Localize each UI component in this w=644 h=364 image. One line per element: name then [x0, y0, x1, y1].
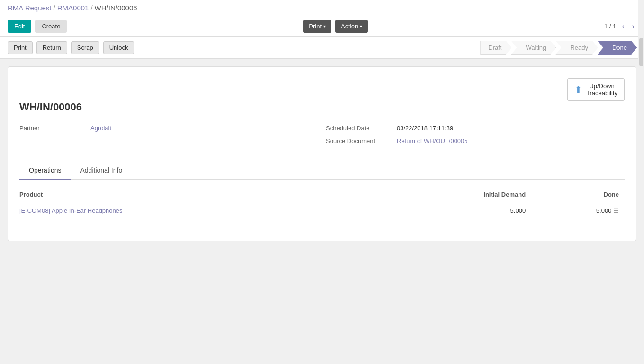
- step-waiting: Waiting: [511, 41, 556, 55]
- print-label: Print: [309, 23, 322, 30]
- print-caret-icon: ▾: [323, 24, 326, 29]
- table-row: [E-COM08] Apple In-Ear Headphones 5.000 …: [19, 202, 625, 219]
- traceability-button[interactable]: ⬆ Up/DownTraceability: [567, 78, 625, 101]
- breadcrumb-bar: RMA Request / RMA0001 / WH/IN/00006: [0, 0, 644, 16]
- tab-operations[interactable]: Operations: [19, 162, 71, 180]
- product-cell[interactable]: [E-COM08] Apple In-Ear Headphones: [19, 202, 375, 219]
- return-action-button[interactable]: Return: [36, 41, 67, 54]
- step-ready: Ready: [555, 41, 598, 55]
- record-card: ⬆ Up/DownTraceability WH/IN/00006 Partne…: [8, 66, 636, 241]
- detail-icon[interactable]: ☰: [613, 207, 619, 214]
- form-right: Scheduled Date 03/22/2018 17:11:39 Sourc…: [326, 125, 625, 150]
- scrollbar-thumb[interactable]: [639, 38, 643, 66]
- updown-icon: ⬆: [574, 84, 582, 95]
- source-document-field-row: Source Document Return of WH/OUT/00005: [326, 137, 625, 145]
- action-dropdown-button[interactable]: Action ▾: [335, 20, 368, 33]
- card-divider: [19, 229, 625, 229]
- breadcrumb-current: WH/IN/00006: [95, 4, 137, 12]
- breadcrumb-sep1: /: [54, 4, 55, 12]
- source-document-value[interactable]: Return of WH/OUT/00005: [397, 137, 468, 145]
- main-content: ⬆ Up/DownTraceability WH/IN/00006 Partne…: [0, 59, 644, 249]
- step-done: Done: [598, 41, 637, 55]
- tab-additional-info[interactable]: Additional Info: [71, 162, 132, 180]
- col-done: Done: [531, 187, 625, 202]
- done-cell: 5.000 ☰: [531, 202, 625, 219]
- toolbar-right: 1 / 1 ‹ ›: [604, 21, 636, 32]
- partner-field-row: Partner Agrolait: [19, 125, 318, 132]
- action-caret-icon: ▾: [360, 24, 362, 29]
- col-product: Product: [19, 187, 375, 202]
- step-draft: Draft: [480, 41, 511, 55]
- col-initial-demand: Initial Demand: [375, 187, 531, 202]
- breadcrumb-rma-request[interactable]: RMA Request: [8, 4, 52, 12]
- record-title: WH/IN/00006: [19, 101, 625, 113]
- create-button[interactable]: Create: [35, 20, 67, 33]
- main-toolbar: Edit Create Print ▾ Action ▾ 1 / 1 ‹ ›: [0, 16, 644, 37]
- scheduled-date-label: Scheduled Date: [326, 125, 397, 132]
- breadcrumb-sep2: /: [90, 4, 92, 12]
- action-bar: Print Return Scrap Unlock Draft Waiting …: [0, 37, 644, 59]
- edit-button[interactable]: Edit: [8, 20, 31, 33]
- tabs-bar: Operations Additional Info: [19, 162, 625, 180]
- toolbar-left: Edit Create: [8, 20, 67, 33]
- action-buttons-group: Print Return Scrap Unlock: [8, 41, 134, 54]
- pagination-text: 1 / 1: [604, 23, 616, 30]
- status-steps: Draft Waiting Ready Done: [480, 41, 636, 55]
- next-page-button[interactable]: ›: [630, 21, 636, 32]
- toolbar-center: Print ▾ Action ▾: [303, 20, 368, 33]
- traceability-label: Up/DownTraceability: [586, 82, 617, 97]
- scrollbar[interactable]: [638, 0, 644, 249]
- scrap-action-button[interactable]: Scrap: [71, 41, 99, 54]
- scheduled-date-value: 03/22/2018 17:11:39: [397, 125, 453, 132]
- breadcrumb-rma0001[interactable]: RMA0001: [57, 4, 89, 12]
- unlock-action-button[interactable]: Unlock: [103, 41, 134, 54]
- print-action-button[interactable]: Print: [8, 41, 33, 54]
- initial-demand-cell: 5.000: [375, 202, 531, 219]
- form-left: Partner Agrolait: [19, 125, 318, 150]
- form-section: Partner Agrolait Scheduled Date 03/22/20…: [19, 125, 625, 150]
- action-label: Action: [341, 23, 358, 30]
- scheduled-date-field-row: Scheduled Date 03/22/2018 17:11:39: [326, 125, 625, 132]
- partner-value[interactable]: Agrolait: [90, 125, 111, 132]
- source-document-label: Source Document: [326, 137, 397, 145]
- operations-table: Product Initial Demand Done [E-COM08] Ap…: [19, 187, 625, 219]
- prev-page-button[interactable]: ‹: [620, 21, 626, 32]
- partner-label: Partner: [19, 125, 90, 132]
- print-dropdown-button[interactable]: Print ▾: [303, 20, 331, 33]
